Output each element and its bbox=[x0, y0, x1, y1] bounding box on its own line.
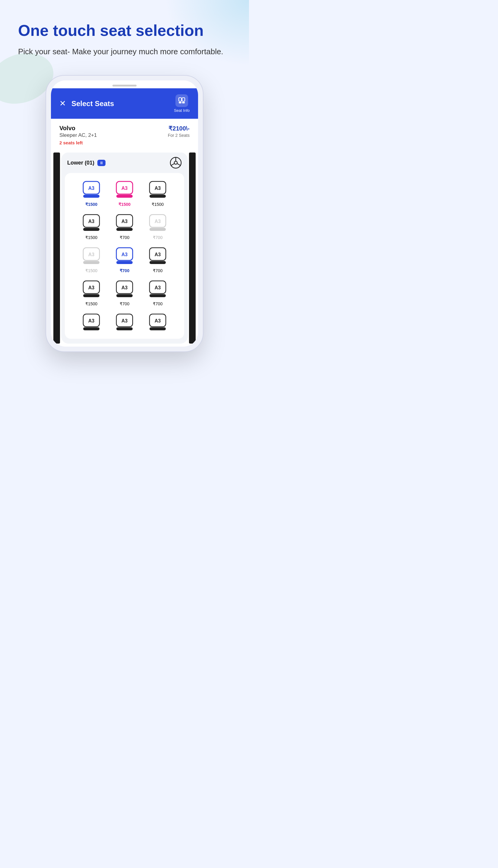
svg-rect-28 bbox=[83, 261, 100, 264]
hero-section: One touch seat selection Pick your seat-… bbox=[0, 0, 249, 67]
seat-item[interactable]: A3 ₹700 bbox=[144, 279, 171, 306]
hero-title: One touch seat selection bbox=[18, 21, 231, 40]
seat-price: ₹1500 bbox=[152, 202, 164, 207]
svg-line-7 bbox=[171, 164, 174, 166]
seat-info-button[interactable]: Seat Info bbox=[174, 94, 189, 113]
seat-price: ₹700 bbox=[153, 302, 162, 306]
seat-item[interactable]: A3 bbox=[144, 312, 171, 333]
svg-rect-52 bbox=[149, 327, 166, 330]
phone-outer: ✕ Select Seats Seat Info bbox=[46, 76, 203, 351]
phone-inner: ✕ Select Seats Seat Info bbox=[51, 80, 198, 347]
seat-row: A3 ₹1500 A3 ₹700 bbox=[70, 279, 179, 306]
bus-right-bar bbox=[189, 152, 196, 344]
svg-rect-2 bbox=[179, 102, 182, 103]
deck-badge: II bbox=[97, 160, 105, 166]
bus-left-bar bbox=[53, 152, 60, 344]
seat-item[interactable]: A3 bbox=[78, 312, 105, 333]
header-left: ✕ Select Seats bbox=[60, 99, 114, 108]
svg-text:A3: A3 bbox=[155, 318, 161, 323]
seat-item[interactable]: A3 bbox=[111, 312, 138, 333]
svg-rect-31 bbox=[116, 261, 133, 264]
seat-a3-14: A3 bbox=[114, 312, 135, 333]
seat-a3-10: A3 bbox=[81, 279, 102, 299]
phone-notch-bar bbox=[51, 80, 198, 88]
seat-item[interactable]: A3 ₹1500 bbox=[78, 279, 105, 306]
app-header: ✕ Select Seats Seat Info bbox=[51, 88, 198, 119]
deck-label: Lower (01) bbox=[67, 160, 94, 166]
seat-a3-2: A3 bbox=[114, 179, 135, 200]
seat-price: ₹700 bbox=[120, 235, 129, 240]
seat-a3-6: A3 bbox=[147, 212, 168, 233]
seat-item: A3 ₹700 bbox=[144, 212, 171, 240]
seat-price: ₹1500 bbox=[118, 202, 131, 207]
seat-a3-15: A3 bbox=[147, 312, 168, 333]
seat-price: ₹700 bbox=[153, 268, 162, 273]
bus-details: Volvo Sleeper AC, 2+1 2 seats left bbox=[60, 125, 97, 145]
seat-item[interactable]: A3 ₹1500 bbox=[78, 179, 105, 207]
seat-a3-9: A3 bbox=[147, 245, 168, 266]
seat-a3-11: A3 bbox=[114, 279, 135, 299]
bus-info-section: Volvo Sleeper AC, 2+1 2 seats left ₹2100… bbox=[51, 119, 198, 149]
seat-item[interactable]: A3 ₹700 bbox=[144, 245, 171, 273]
seat-grid: A3 ₹1500 A3 ₹1500 bbox=[65, 173, 184, 339]
svg-text:A3: A3 bbox=[121, 252, 128, 257]
seat-a3-5: A3 bbox=[114, 212, 135, 233]
hero-subtitle: Pick your seat- Make your journey much m… bbox=[18, 46, 231, 57]
svg-rect-49 bbox=[116, 327, 133, 330]
svg-text:A3: A3 bbox=[88, 285, 95, 290]
seat-price: ₹700 bbox=[120, 268, 129, 273]
svg-rect-22 bbox=[116, 228, 133, 231]
deck-toggle-bar: Lower (01) II bbox=[61, 152, 188, 173]
seat-selection-area: Lower (01) II bbox=[61, 152, 188, 344]
svg-rect-46 bbox=[83, 327, 100, 330]
seat-info-icon-wrap bbox=[175, 94, 188, 107]
seat-info-label: Seat Info bbox=[174, 108, 189, 113]
svg-text:A3: A3 bbox=[155, 252, 161, 257]
seat-item: A3 ₹1500 bbox=[78, 245, 105, 273]
svg-line-8 bbox=[177, 164, 180, 166]
svg-rect-34 bbox=[149, 261, 166, 264]
seat-a3-1: A3 bbox=[81, 179, 102, 200]
seat-item[interactable]: A3 ₹1500 bbox=[144, 179, 171, 207]
svg-text:A3: A3 bbox=[88, 219, 95, 224]
seat-item[interactable]: A3 ₹700 bbox=[111, 245, 138, 273]
svg-rect-10 bbox=[83, 195, 100, 198]
price-label: For 2 Seats bbox=[168, 133, 189, 138]
seat-price: ₹1500 bbox=[85, 202, 97, 207]
svg-text:A3: A3 bbox=[155, 285, 161, 290]
svg-rect-3 bbox=[182, 102, 185, 103]
seat-a3-3: A3 bbox=[147, 179, 168, 200]
svg-text:A3: A3 bbox=[121, 186, 128, 191]
svg-text:A3: A3 bbox=[121, 285, 128, 290]
seats-left: 2 seats left bbox=[60, 140, 97, 145]
seat-a3-12: A3 bbox=[147, 279, 168, 299]
phone-pill bbox=[113, 85, 136, 86]
seat-row: A3 ₹1500 A3 ₹1500 bbox=[70, 179, 179, 207]
seat-item[interactable]: A3 ₹700 bbox=[111, 279, 138, 306]
seat-item[interactable]: A3 ₹1500 bbox=[78, 212, 105, 240]
svg-rect-25 bbox=[149, 228, 166, 231]
bus-name: Volvo bbox=[60, 125, 97, 132]
seat-price: ₹700 bbox=[120, 302, 129, 306]
seat-item[interactable]: A3 ₹700 bbox=[111, 212, 138, 240]
deck-toggle-left: Lower (01) II bbox=[67, 160, 105, 166]
seat-row: A3 ₹1500 A3 ₹700 bbox=[70, 212, 179, 240]
seat-price: ₹1500 bbox=[85, 235, 97, 240]
price-amount: ₹2100\- bbox=[168, 125, 189, 132]
bus-type: Sleeper AC, 2+1 bbox=[60, 132, 97, 138]
svg-rect-19 bbox=[83, 228, 100, 231]
svg-rect-0 bbox=[179, 98, 182, 101]
header-title: Select Seats bbox=[71, 99, 114, 108]
svg-rect-40 bbox=[116, 294, 133, 297]
seat-a3-4: A3 bbox=[81, 212, 102, 233]
price-section: ₹2100\- For 2 Seats bbox=[168, 125, 189, 138]
seat-row: A3 A3 bbox=[70, 312, 179, 333]
seat-item[interactable]: A3 ₹1500 bbox=[111, 179, 138, 207]
svg-rect-43 bbox=[149, 294, 166, 297]
svg-rect-1 bbox=[182, 98, 185, 101]
seat-icon bbox=[178, 97, 186, 105]
svg-point-5 bbox=[174, 161, 177, 164]
svg-text:A3: A3 bbox=[88, 252, 95, 257]
seat-price: ₹700 bbox=[153, 235, 162, 240]
close-icon[interactable]: ✕ bbox=[60, 99, 66, 108]
